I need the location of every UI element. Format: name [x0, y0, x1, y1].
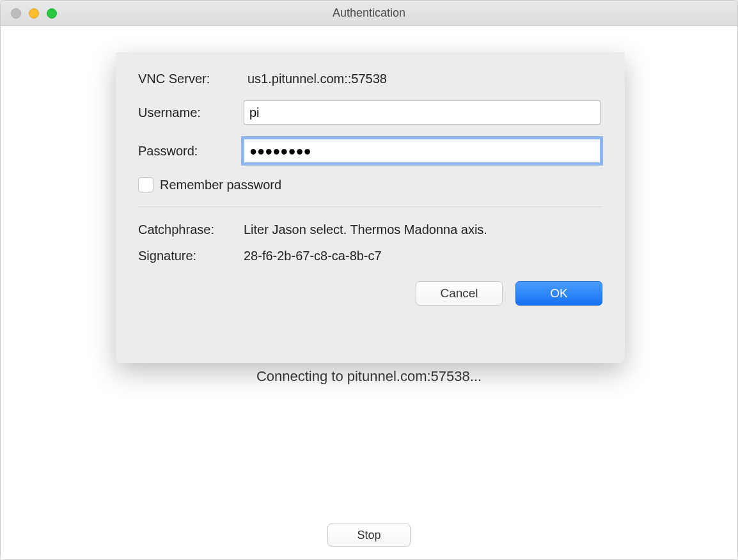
connecting-status: Connecting to pitunnel.com:57538... [1, 368, 737, 385]
password-row: Password: [138, 139, 602, 163]
vnc-server-row: VNC Server: us1.pitunnel.com::57538 [138, 72, 602, 86]
remember-password-checkbox[interactable] [138, 177, 153, 192]
signature-value: 28-f6-2b-67-c8-ca-8b-c7 [244, 249, 382, 263]
titlebar[interactable]: Authentication [1, 1, 737, 26]
password-input[interactable] [244, 139, 601, 163]
signature-row: Signature: 28-f6-2b-67-c8-ca-8b-c7 [138, 249, 602, 263]
maximize-window-icon[interactable] [47, 8, 57, 19]
cancel-button[interactable]: Cancel [416, 281, 503, 306]
catchphrase-value: Liter Jason select. Thermos Madonna axis… [244, 222, 487, 237]
vnc-server-label: VNC Server: [138, 72, 244, 86]
catchphrase-label: Catchphrase: [138, 222, 244, 237]
authentication-dialog: VNC Server: us1.pitunnel.com::57538 User… [116, 52, 625, 363]
stop-button[interactable]: Stop [327, 524, 411, 547]
username-row: Username: [138, 100, 602, 125]
minimize-window-icon[interactable] [29, 8, 39, 19]
catchphrase-row: Catchphrase: Liter Jason select. Thermos… [138, 222, 602, 237]
remember-password-label: Remember password [160, 178, 281, 192]
password-label: Password: [138, 144, 244, 159]
traffic-lights [1, 8, 57, 19]
username-input[interactable] [244, 100, 601, 125]
close-window-icon[interactable] [11, 8, 21, 19]
main-window: Authentication VNC Server: us1.pitunnel.… [0, 0, 738, 560]
username-label: Username: [138, 105, 244, 120]
vnc-server-value: us1.pitunnel.com::57538 [244, 72, 387, 86]
signature-label: Signature: [138, 249, 244, 263]
divider [138, 206, 602, 207]
window-body: VNC Server: us1.pitunnel.com::57538 User… [1, 26, 737, 559]
window-title: Authentication [1, 6, 737, 20]
remember-password-row[interactable]: Remember password [138, 177, 602, 192]
ok-button[interactable]: OK [515, 281, 602, 306]
dialog-buttons: Cancel OK [138, 281, 602, 306]
